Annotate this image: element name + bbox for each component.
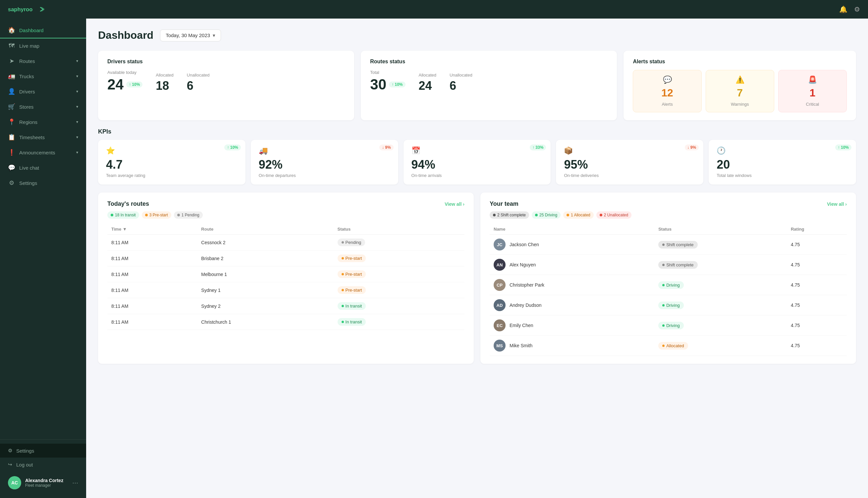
kpi-badge: ↑ 10% bbox=[224, 144, 240, 150]
sidebar-item-drivers[interactable]: 👤 Drivers ▾ bbox=[0, 84, 86, 99]
home-icon: 🏠 bbox=[8, 26, 15, 34]
status-cell: Pending bbox=[333, 235, 464, 250]
tag-label: 3 Pre-start bbox=[149, 213, 168, 217]
team-tag: 25 Driving bbox=[532, 211, 561, 219]
user-menu-icon[interactable]: ⋯ bbox=[72, 479, 78, 486]
name-cell: AN Alex Nguyen bbox=[490, 255, 654, 275]
stores-icon: 🛒 bbox=[8, 103, 15, 110]
kpi-label: On-time deliveries bbox=[564, 173, 695, 178]
kpis-title: KPIs bbox=[98, 128, 856, 135]
routes-status-card: Routes status Total 30 ↑ 10% Allocated 2… bbox=[361, 51, 617, 120]
avatar: CP bbox=[494, 279, 505, 291]
notification-icon[interactable]: 🔔 bbox=[839, 5, 847, 13]
table-row: 8:11 AM Sydney 2 In transit bbox=[107, 298, 464, 314]
settings-icon[interactable]: ⚙ bbox=[854, 5, 860, 13]
kpi-badge: ↓ 9% bbox=[379, 144, 394, 150]
available-label: Available today bbox=[107, 70, 143, 75]
sidebar-item-timesheets[interactable]: 📋 Timesheets ▾ bbox=[0, 130, 86, 145]
sidebar-item-label: Routes bbox=[19, 58, 35, 64]
chevron-down-icon: ▾ bbox=[76, 58, 78, 63]
status-cell: Shift complete bbox=[654, 235, 787, 255]
critical-icon: 🚨 bbox=[808, 76, 817, 84]
user-name: Alexandra Cortez bbox=[25, 478, 68, 483]
kpi-value: 95% bbox=[564, 158, 695, 172]
table-row: CP Christopher Park Driving 4.75 bbox=[490, 275, 847, 295]
status-badge: Shift complete bbox=[658, 241, 697, 249]
settings-button[interactable]: ⚙ Settings bbox=[0, 444, 86, 458]
driver-name: Mike Smith bbox=[510, 343, 532, 348]
warnings-label: Warnings bbox=[731, 102, 749, 107]
main-content: Dashboard Today, 30 May 2023 ▾ Drivers s… bbox=[86, 18, 868, 498]
driver-name: Emily Chen bbox=[510, 323, 534, 328]
warnings-number: 7 bbox=[737, 87, 743, 99]
chevron-down-icon: ▾ bbox=[76, 89, 78, 94]
name-column-header: Name bbox=[490, 224, 654, 235]
sidebar-item-settings[interactable]: ⚙ Settings bbox=[0, 175, 86, 191]
total-label: Total bbox=[370, 70, 405, 75]
tag-dot bbox=[535, 214, 538, 217]
route-cell: Sydney 1 bbox=[197, 282, 333, 298]
kpi-value: 4.7 bbox=[106, 158, 238, 172]
logout-button[interactable]: ↪ Log out bbox=[0, 458, 86, 472]
routes-view-all[interactable]: View all › bbox=[445, 201, 464, 207]
status-badge: Driving bbox=[658, 302, 683, 309]
time-cell: 8:11 AM bbox=[107, 282, 197, 298]
sidebar-bottom: ⚙ Settings ↪ Log out AC Alexandra Cortez… bbox=[0, 440, 86, 498]
kpi-card-deliveries: ↓ 9% 📦 95% On-time deliveries bbox=[556, 140, 703, 185]
team-view-all[interactable]: View all › bbox=[827, 201, 847, 207]
routes-unallocated-stat: Unallocated 6 bbox=[450, 73, 472, 93]
avatar: AN bbox=[494, 259, 505, 271]
kpi-icon: 🕐 bbox=[716, 146, 848, 155]
settings-label: Settings bbox=[16, 448, 78, 454]
status-cell: Pre-start bbox=[333, 282, 464, 298]
status-column-header: Status bbox=[333, 224, 464, 235]
avatar: AC bbox=[8, 476, 21, 489]
route-cell: Christchurch 1 bbox=[197, 314, 333, 330]
rating-column-header: Rating bbox=[787, 224, 847, 235]
sidebar-item-live-chat[interactable]: 💬 Live chat bbox=[0, 160, 86, 175]
available-value: 24 ↑ 10% bbox=[107, 76, 143, 93]
logout-icon: ↪ bbox=[8, 461, 12, 468]
regions-icon: 📍 bbox=[8, 118, 15, 126]
sidebar-item-live-map[interactable]: 🗺 Live map bbox=[0, 38, 86, 53]
date-dropdown[interactable]: Today, 30 May 2023 ▾ bbox=[160, 29, 221, 41]
timesheets-icon: 📋 bbox=[8, 133, 15, 141]
kpi-label: On-time departures bbox=[259, 173, 390, 178]
sidebar-item-announcements[interactable]: ❗ Announcements ▾ bbox=[0, 145, 86, 160]
sidebar: 🏠 Dashboard 🗺 Live map ➤ Routes ▾ 🚛 Truc… bbox=[0, 18, 86, 498]
name-cell: EC Emily Chen bbox=[490, 315, 654, 336]
sidebar-item-stores[interactable]: 🛒 Stores ▾ bbox=[0, 99, 86, 114]
driver-name-cell: AD Andrey Dudson bbox=[494, 299, 650, 311]
routes-section-header: Today's routes View all › bbox=[107, 200, 464, 207]
sidebar-item-label: Stores bbox=[19, 104, 34, 110]
topbar: saphyroo 🔔 ⚙ bbox=[0, 0, 868, 18]
name-cell: JC Jackson Chen bbox=[490, 235, 654, 255]
status-badge: Allocated bbox=[658, 342, 688, 350]
available-stat: Available today 24 ↑ 10% bbox=[107, 70, 143, 93]
table-row: EC Emily Chen Driving 4.75 bbox=[490, 315, 847, 336]
status-badge: In transit bbox=[338, 302, 366, 310]
page-header: Dashboard Today, 30 May 2023 ▾ bbox=[98, 29, 856, 41]
rating-cell: 4.75 bbox=[787, 315, 847, 336]
drivers-status-title: Drivers status bbox=[107, 58, 345, 65]
chevron-down-icon: ▾ bbox=[76, 150, 78, 155]
drivers-stats: Available today 24 ↑ 10% Allocated 18 Un… bbox=[107, 70, 345, 93]
drivers-icon: 👤 bbox=[8, 88, 15, 95]
sidebar-item-routes[interactable]: ➤ Routes ▾ bbox=[0, 53, 86, 69]
status-cell: Allocated bbox=[654, 336, 787, 356]
avatar: AD bbox=[494, 299, 505, 311]
kpi-card-rating: ↑ 10% ⭐ 4.7 Team average rating bbox=[98, 140, 246, 185]
sidebar-item-regions[interactable]: 📍 Regions ▾ bbox=[0, 114, 86, 130]
status-badge: Shift complete bbox=[658, 261, 697, 269]
available-badge: ↑ 10% bbox=[126, 81, 143, 88]
critical-label: Critical bbox=[806, 102, 819, 107]
tag-label: 1 Pending bbox=[182, 213, 199, 217]
table-row: AN Alex Nguyen Shift complete 4.75 bbox=[490, 255, 847, 275]
routes-table: Time ▼ Route Status 8:11 AM Cessnock 2 P… bbox=[107, 224, 464, 330]
status-cell: Driving bbox=[654, 275, 787, 295]
tag-label: 2 Shift complete bbox=[497, 213, 526, 217]
route-cell: Cessnock 2 bbox=[197, 235, 333, 250]
sidebar-item-dashboard[interactable]: 🏠 Dashboard bbox=[0, 23, 86, 38]
sidebar-item-trucks[interactable]: 🚛 Trucks ▾ bbox=[0, 69, 86, 84]
allocated-value: 18 bbox=[156, 79, 173, 93]
